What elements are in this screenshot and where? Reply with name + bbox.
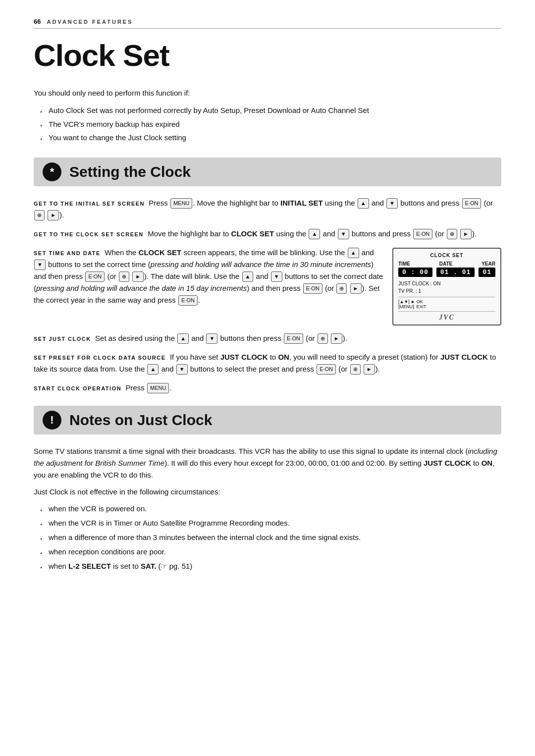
section2-header: ! Notes on Just Clock: [34, 406, 501, 434]
right-arrow-btn-5: ►: [331, 333, 342, 344]
right-arrow-btn-2: ►: [460, 229, 472, 240]
cross-btn-3: ⊕: [119, 271, 129, 282]
eon-key-6: E·ON: [284, 333, 303, 344]
step-start-clock-text: Press MENU.: [123, 383, 171, 392]
step-start-clock: Start Clock Operation Press MENU.: [34, 382, 501, 394]
col-time-label: TIME: [398, 261, 410, 267]
up-arrow-btn-6: ▲: [147, 364, 159, 375]
notes-bullet-4: when reception conditions are poor.: [40, 546, 501, 558]
step-get-initial: Get to the Initial Set Screen Press MENU…: [34, 197, 501, 221]
jvc-brand-label: JVC: [398, 311, 495, 322]
section1-icon: *: [43, 162, 61, 181]
col-year-label: YEAR: [482, 261, 495, 267]
eon-key: E·ON: [462, 198, 482, 209]
step-get-clock-label: Get to the Clock Set Screen: [34, 231, 144, 237]
up-arrow-btn-4: ▲: [242, 271, 254, 282]
right-cross-btn-2: ⊕: [447, 229, 457, 240]
page-number: 66: [34, 18, 41, 25]
up-arrow-btn: ▲: [358, 198, 369, 209]
clock-diagram-values: 0 : 00 01 . 01 01: [398, 268, 495, 277]
clock-controls: [▲▼] ► OK [MENU]: EXIT: [398, 297, 495, 309]
step-set-preset-label: Set Preset for Clock Data Source: [34, 355, 166, 361]
down-arrow-btn-6: ▼: [176, 364, 188, 375]
step-get-initial-label: Get to the Initial Set Screen: [34, 201, 145, 207]
cross-btn-4: ⊕: [336, 283, 347, 294]
section2-intro-para: Some TV stations transmit a time signal …: [34, 445, 501, 481]
section2-body: Some TV stations transmit a time signal …: [34, 445, 501, 572]
year-value: 01: [479, 268, 495, 277]
step-set-just-clock: Set Just Clock Set as desired using the …: [34, 332, 501, 344]
step-set-time-date-text: When the CLOCK SET screen appears, the t…: [34, 248, 383, 304]
section2-icon: !: [43, 411, 61, 430]
section2-second-para: Just Clock is not effective in the follo…: [34, 486, 501, 498]
clock-diagram: CLOCK SET TIME DATE YEAR 0 : 00 01 . 01 …: [392, 248, 501, 325]
up-arrow-btn-3: ▲: [348, 248, 359, 259]
col-date-label: DATE: [439, 261, 452, 267]
section2-title: Notes on Just Clock: [69, 412, 212, 429]
eon-key-3: E·ON: [85, 271, 105, 282]
step-set-just-clock-label: Set Just Clock: [34, 336, 91, 342]
down-arrow-btn: ▼: [386, 198, 398, 209]
right-arrow-btn-3: ►: [132, 271, 144, 282]
step-get-clock-text: Move the highlight bar to CLOCK SET usin…: [146, 229, 477, 238]
notes-bullet-5: when L-2 SELECT is set to SAT. (☞ pg. 51…: [40, 560, 501, 572]
time-value: 0 : 00: [398, 268, 432, 277]
clock-diagram-title: CLOCK SET: [398, 253, 495, 258]
intro-bullet-list: Auto Clock Set was not performed correct…: [34, 105, 501, 144]
asterisk-icon: *: [50, 166, 54, 177]
step-get-clock: Get to the Clock Set Screen Move the hig…: [34, 228, 501, 240]
section1-body: Get to the Initial Set Screen Press MENU…: [34, 197, 501, 394]
down-arrow-btn-5: ▼: [206, 333, 217, 344]
cross-btn-6: ⊕: [350, 364, 361, 375]
step-set-preset: Set Preset for Clock Data Source If you …: [34, 351, 501, 375]
down-arrow-btn-3: ▼: [34, 260, 46, 270]
intro-bullet-1: Auto Clock Set was not performed correct…: [40, 105, 501, 116]
intro-bullet-3: You want to change the Just Clock settin…: [40, 132, 501, 144]
section1-title: Setting the Clock: [69, 163, 191, 180]
date-value: 01 . 01: [436, 268, 475, 277]
menu-key: MENU: [170, 198, 192, 209]
right-arrow-btn-6: ►: [364, 364, 375, 375]
right-arrow-btn: ►: [48, 210, 59, 221]
down-arrow-btn-4: ▼: [271, 271, 282, 282]
step-set-just-clock-text: Set as desired using the ▲ and ▼ buttons…: [93, 334, 347, 342]
section-label: ADVANCED FEATURES: [47, 19, 133, 25]
notes-bullet-2: when the VCR is in Timer or Auto Satelli…: [40, 517, 501, 529]
page-header: 66 ADVANCED FEATURES: [34, 18, 501, 29]
notes-bullet-3: when a difference of more than 3 minutes…: [40, 532, 501, 543]
eon-key-7: E·ON: [317, 364, 336, 375]
step-set-time-date-row: Set Time and Date When the CLOCK SET scr…: [34, 247, 501, 325]
exclaim-icon: !: [50, 415, 54, 426]
step-set-time-date-label: Set Time and Date: [34, 250, 101, 256]
section1-header: * Setting the Clock: [34, 158, 501, 186]
intro-bullet-2: The VCR's memory backup has expired: [40, 119, 501, 130]
page: 66 ADVANCED FEATURES Clock Set You shoul…: [0, 0, 535, 756]
up-arrow-btn-2: ▲: [309, 229, 320, 240]
just-clock-info: JUST CLOCK : ON TV PR. : 1: [398, 280, 495, 295]
intro-text: You should only need to perform this fun…: [34, 89, 501, 97]
menu-key-2: MENU: [147, 383, 169, 394]
step-set-time-date: Set Time and Date When the CLOCK SET scr…: [34, 247, 384, 306]
notes-bullet-list: when the VCR is powered on. when the VCR…: [34, 503, 501, 572]
clock-diagram-col-headers: TIME DATE YEAR: [398, 261, 495, 267]
main-title: Clock Set: [34, 38, 501, 73]
right-cross-btn: ⊕: [34, 210, 45, 221]
cross-btn-5: ⊕: [318, 333, 328, 344]
down-arrow-btn-2: ▼: [338, 229, 349, 240]
notes-bullet-1: when the VCR is powered on.: [40, 503, 501, 515]
eon-key-4: E·ON: [303, 283, 322, 294]
right-arrow-btn-4: ►: [350, 283, 362, 294]
eon-key-2: E·ON: [413, 229, 432, 240]
up-arrow-btn-5: ▲: [177, 333, 189, 344]
eon-key-5: E·ON: [178, 295, 198, 306]
step-start-clock-label: Start Clock Operation: [34, 385, 121, 391]
step-set-time-date-text-col: Set Time and Date When the CLOCK SET scr…: [34, 247, 384, 313]
